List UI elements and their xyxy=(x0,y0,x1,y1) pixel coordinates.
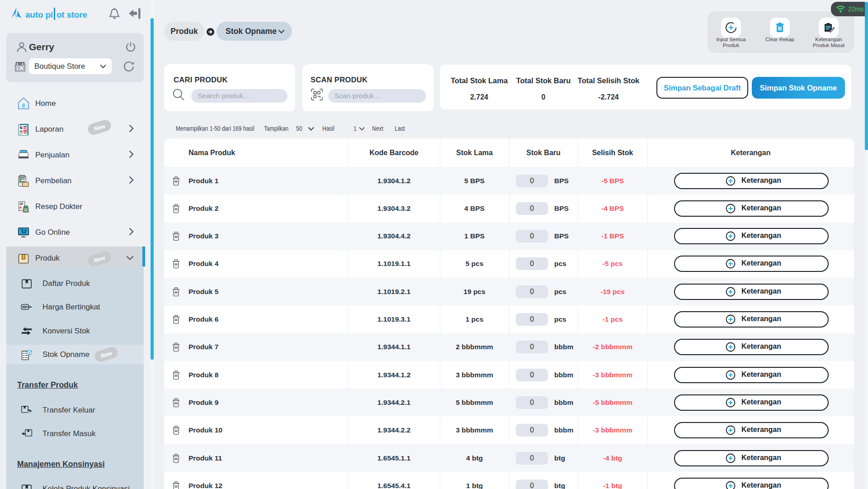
svg-text:RP: RP xyxy=(22,305,28,309)
